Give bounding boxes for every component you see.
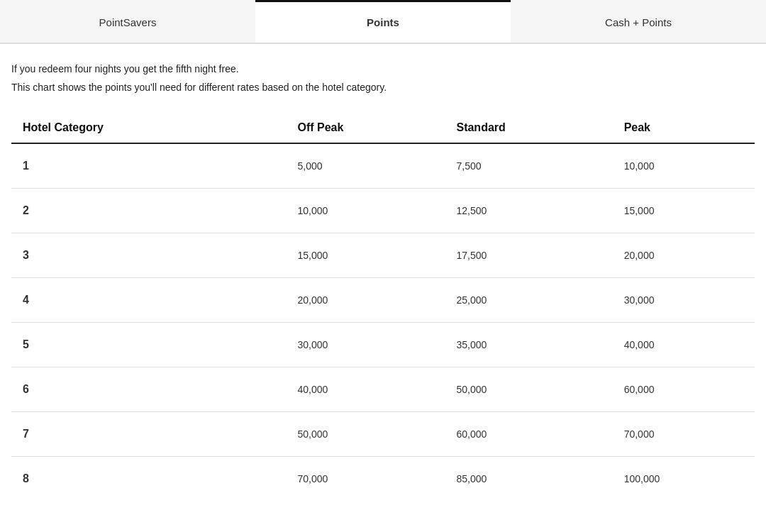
col-header-standard: Standard: [456, 113, 623, 143]
cell-peak: 30,000: [624, 277, 755, 322]
description-block: If you redeem four nights you get the fi…: [11, 61, 755, 96]
cell-category: 3: [11, 233, 298, 277]
cell-category: 6: [11, 367, 298, 411]
cell-standard: 12,500: [456, 188, 623, 233]
col-header-peak: Peak: [624, 113, 755, 143]
cell-category: 8: [11, 456, 298, 501]
cell-category: 2: [11, 188, 298, 233]
cell-standard: 85,000: [456, 456, 623, 501]
cell-peak: 60,000: [624, 367, 755, 411]
cell-offpeak: 20,000: [298, 277, 457, 322]
tab-points[interactable]: Points: [255, 0, 511, 43]
description-line1: If you redeem four nights you get the fi…: [11, 61, 755, 77]
table-row: 870,00085,000100,000: [11, 456, 755, 501]
description-line2: This chart shows the points you'll need …: [11, 79, 755, 95]
cell-offpeak: 40,000: [298, 367, 457, 411]
cell-offpeak: 5,000: [298, 143, 457, 189]
cell-offpeak: 70,000: [298, 456, 457, 501]
cell-category: 1: [11, 143, 298, 189]
cell-offpeak: 50,000: [298, 411, 457, 456]
cell-offpeak: 30,000: [298, 322, 457, 367]
cell-category: 4: [11, 277, 298, 322]
cell-peak: 70,000: [624, 411, 755, 456]
table-body: 15,0007,50010,000210,00012,50015,000315,…: [11, 143, 755, 501]
cell-standard: 60,000: [456, 411, 623, 456]
tab-pointsavers[interactable]: PointSavers: [0, 0, 255, 43]
cell-peak: 10,000: [624, 143, 755, 189]
cell-standard: 25,000: [456, 277, 623, 322]
main-content: If you redeem four nights you get the fi…: [0, 44, 766, 512]
tab-bar: PointSavers Points Cash + Points: [0, 0, 766, 44]
cell-offpeak: 10,000: [298, 188, 457, 233]
cell-category: 5: [11, 322, 298, 367]
cell-peak: 20,000: [624, 233, 755, 277]
table-row: 15,0007,50010,000: [11, 143, 755, 189]
points-table: Hotel Category Off Peak Standard Peak 15…: [11, 113, 755, 501]
table-row: 420,00025,00030,000: [11, 277, 755, 322]
cell-offpeak: 15,000: [298, 233, 457, 277]
cell-peak: 40,000: [624, 322, 755, 367]
tab-cash-points[interactable]: Cash + Points: [511, 0, 766, 43]
cell-standard: 7,500: [456, 143, 623, 189]
cell-standard: 35,000: [456, 322, 623, 367]
table-row: 530,00035,00040,000: [11, 322, 755, 367]
tabs-container: PointSavers Points Cash + Points: [0, 0, 766, 44]
cell-standard: 50,000: [456, 367, 623, 411]
col-header-category: Hotel Category: [11, 113, 298, 143]
table-row: 640,00050,00060,000: [11, 367, 755, 411]
cell-standard: 17,500: [456, 233, 623, 277]
table-row: 315,00017,50020,000: [11, 233, 755, 277]
table-row: 210,00012,50015,000: [11, 188, 755, 233]
col-header-offpeak: Off Peak: [298, 113, 457, 143]
cell-category: 7: [11, 411, 298, 456]
table-row: 750,00060,00070,000: [11, 411, 755, 456]
table-header-row: Hotel Category Off Peak Standard Peak: [11, 113, 755, 143]
cell-peak: 100,000: [624, 456, 755, 501]
cell-peak: 15,000: [624, 188, 755, 233]
